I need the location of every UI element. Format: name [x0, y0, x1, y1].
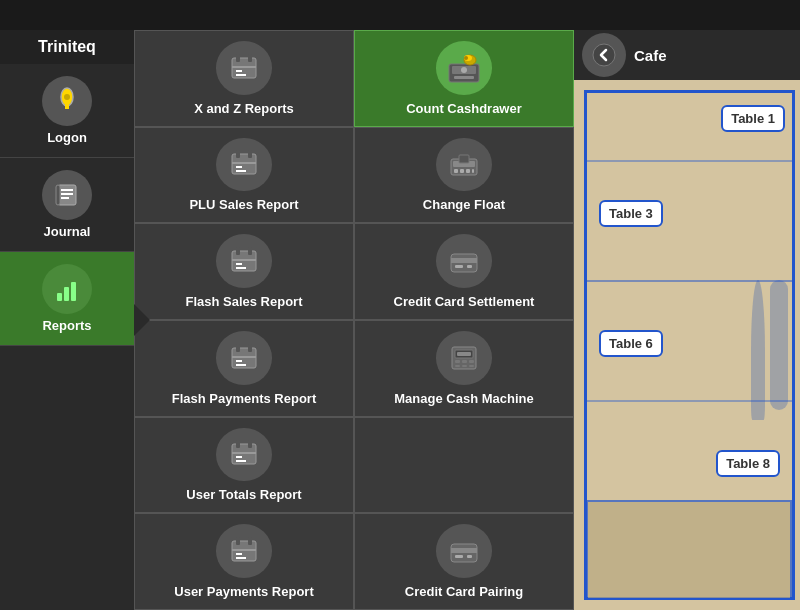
manage-cash-machine-label: Manage Cash Machine — [394, 391, 533, 406]
svg-rect-12 — [236, 54, 240, 62]
flash-sales-report-icon — [216, 234, 272, 288]
svg-point-23 — [464, 56, 468, 60]
svg-rect-7 — [56, 185, 60, 205]
svg-rect-77 — [467, 555, 472, 558]
svg-rect-61 — [469, 365, 474, 367]
sidebar-item-journal-label: Journal — [44, 224, 91, 239]
svg-rect-48 — [236, 344, 240, 352]
sidebar-arrow — [134, 304, 150, 336]
svg-rect-34 — [460, 169, 464, 173]
svg-rect-73 — [236, 557, 246, 559]
svg-point-19 — [461, 67, 467, 73]
svg-rect-38 — [236, 247, 240, 255]
svg-rect-57 — [462, 360, 467, 363]
map-area: Cafe Table 1 Table 3 Table 6 Table 8 — [574, 30, 800, 610]
svg-rect-42 — [236, 267, 246, 269]
svg-rect-4 — [61, 189, 73, 191]
sidebar-item-reports[interactable]: Reports — [0, 252, 134, 346]
manage-cash-machine-icon — [436, 331, 492, 385]
map-title: Cafe — [634, 47, 667, 64]
sidebar-item-reports-label: Reports — [42, 318, 91, 333]
table-8-label[interactable]: Table 8 — [716, 450, 780, 477]
svg-rect-46 — [467, 265, 472, 268]
journal-icon — [42, 170, 92, 220]
svg-rect-63 — [236, 440, 240, 448]
svg-rect-70 — [248, 537, 252, 545]
svg-rect-50 — [232, 356, 256, 358]
menu-panel: X and Z Reports Count Cashdrawer — [134, 30, 574, 610]
svg-rect-9 — [64, 287, 69, 301]
menu-item-manage-cash-machine[interactable]: Manage Cash Machine — [354, 320, 574, 417]
svg-rect-29 — [236, 170, 246, 172]
svg-rect-52 — [236, 364, 246, 366]
svg-rect-27 — [232, 162, 256, 164]
table-3-label[interactable]: Table 3 — [599, 200, 663, 227]
credit-card-pairing-label: Credit Card Pairing — [405, 584, 523, 599]
sidebar: Triniteq Logon Journal — [0, 30, 134, 610]
menu-item-change-float[interactable]: Change Float — [354, 127, 574, 224]
svg-rect-51 — [236, 360, 242, 362]
menu-item-flash-payments-report[interactable]: Flash Payments Report — [134, 320, 354, 417]
back-button[interactable] — [582, 33, 626, 77]
user-payments-report-icon — [216, 524, 272, 578]
map-top-bar: Cafe — [574, 30, 800, 80]
svg-rect-8 — [57, 293, 62, 301]
change-float-icon — [436, 138, 492, 192]
menu-item-credit-card-pairing[interactable]: Credit Card Pairing — [354, 513, 574, 610]
svg-rect-36 — [472, 169, 474, 173]
table-1-label[interactable]: Table 1 — [721, 105, 785, 132]
credit-card-settlement-icon — [436, 234, 492, 288]
svg-rect-59 — [455, 365, 460, 367]
svg-rect-67 — [236, 460, 246, 462]
svg-rect-72 — [236, 553, 242, 555]
svg-point-2 — [64, 94, 70, 100]
plu-sales-report-icon — [216, 138, 272, 192]
flash-sales-report-label: Flash Sales Report — [185, 294, 302, 309]
svg-rect-75 — [451, 548, 477, 553]
logon-icon — [42, 76, 92, 126]
menu-item-empty — [354, 417, 574, 514]
change-float-label: Change Float — [423, 197, 505, 212]
flash-payments-report-icon — [216, 331, 272, 385]
user-totals-report-label: User Totals Report — [186, 487, 301, 502]
menu-item-x-z-reports[interactable]: X and Z Reports — [134, 30, 354, 127]
svg-rect-39 — [248, 247, 252, 255]
svg-rect-13 — [248, 54, 252, 62]
menu-item-count-cashdrawer[interactable]: Count Cashdrawer — [354, 30, 574, 127]
menu-item-credit-card-settlement[interactable]: Credit Card Settlement — [354, 223, 574, 320]
svg-rect-14 — [232, 66, 256, 68]
floor-plan: Table 1 Table 3 Table 6 Table 8 — [574, 80, 800, 610]
svg-rect-25 — [236, 150, 240, 158]
svg-rect-33 — [454, 169, 458, 173]
plu-sales-report-label: PLU Sales Report — [189, 197, 298, 212]
menu-item-user-payments-report[interactable]: User Payments Report — [134, 513, 354, 610]
svg-rect-44 — [451, 258, 477, 263]
svg-rect-1 — [65, 101, 69, 109]
svg-rect-45 — [455, 265, 463, 268]
menu-item-flash-sales-report[interactable]: Flash Sales Report — [134, 223, 354, 320]
svg-rect-15 — [236, 70, 242, 72]
svg-rect-56 — [455, 360, 460, 363]
menu-item-plu-sales-report[interactable]: PLU Sales Report — [134, 127, 354, 224]
sidebar-item-journal[interactable]: Journal — [0, 158, 134, 252]
svg-rect-32 — [459, 155, 469, 163]
menu-item-user-totals-report[interactable]: User Totals Report — [134, 417, 354, 514]
sidebar-item-logon[interactable]: Logon — [0, 64, 134, 158]
user-totals-report-icon — [216, 428, 272, 482]
svg-rect-66 — [236, 456, 242, 458]
top-bar — [0, 0, 800, 30]
svg-rect-35 — [466, 169, 470, 173]
count-cashdrawer-label: Count Cashdrawer — [406, 101, 522, 116]
x-z-reports-label: X and Z Reports — [194, 101, 294, 116]
svg-rect-58 — [469, 360, 474, 363]
svg-rect-71 — [232, 549, 256, 551]
svg-rect-40 — [232, 259, 256, 261]
svg-rect-20 — [454, 76, 474, 79]
table-6-label[interactable]: Table 6 — [599, 330, 663, 357]
svg-rect-76 — [455, 555, 463, 558]
svg-rect-26 — [248, 150, 252, 158]
reports-icon — [42, 264, 92, 314]
x-z-reports-icon — [216, 41, 272, 95]
svg-rect-10 — [71, 282, 76, 301]
svg-rect-5 — [61, 193, 73, 195]
